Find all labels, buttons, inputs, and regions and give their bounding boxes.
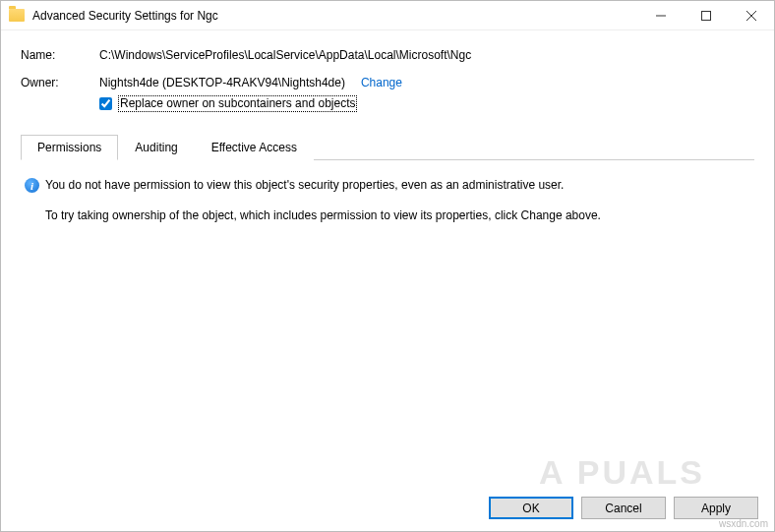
tab-body: i You do not have permission to view thi… (21, 160, 754, 240)
ok-button[interactable]: OK (489, 497, 573, 519)
tab-effective-access[interactable]: Effective Access (195, 135, 314, 160)
tab-auditing[interactable]: Auditing (118, 135, 194, 160)
apply-button[interactable]: Apply (674, 497, 758, 519)
watermark: A PUALS (539, 453, 705, 492)
name-label: Name: (21, 48, 99, 62)
info-icon: i (25, 178, 39, 193)
name-value: C:\Windows\ServiceProfiles\LocalService\… (99, 48, 754, 62)
permission-message-1: You do not have permission to view this … (45, 178, 564, 192)
tab-strip: Permissions Auditing Effective Access (21, 134, 754, 160)
permission-message-row: i You do not have permission to view thi… (25, 178, 750, 193)
svg-rect-1 (702, 11, 711, 20)
replace-owner-row: Replace owner on subcontainers and objec… (99, 95, 754, 112)
info-grid: Name: C:\Windows\ServiceProfiles\LocalSe… (21, 48, 754, 112)
credit-text: wsxdn.com (719, 518, 768, 529)
minimize-button[interactable] (638, 1, 684, 30)
replace-owner-checkbox[interactable] (99, 97, 112, 110)
permission-message-2: To try taking ownership of the object, w… (45, 208, 750, 222)
titlebar: Advanced Security Settings for Ngc (1, 1, 774, 30)
dialog-button-bar: OK Cancel Apply (489, 497, 758, 519)
cancel-button[interactable]: Cancel (581, 497, 666, 519)
change-owner-link[interactable]: Change (361, 76, 402, 89)
owner-value: Nightsh4de (DESKTOP-4RAKV94\Nightsh4de) (99, 76, 345, 89)
tab-permissions[interactable]: Permissions (21, 135, 118, 160)
close-button[interactable] (729, 1, 774, 30)
replace-owner-label[interactable]: Replace owner on subcontainers and objec… (118, 95, 357, 112)
content-area: Name: C:\Windows\ServiceProfiles\LocalSe… (1, 30, 774, 240)
owner-label: Owner: (21, 76, 99, 89)
window-title: Advanced Security Settings for Ngc (32, 9, 638, 23)
owner-row: Nightsh4de (DESKTOP-4RAKV94\Nightsh4de) … (99, 76, 754, 89)
folder-icon (9, 9, 25, 22)
window-controls (638, 1, 774, 30)
maximize-button[interactable] (684, 1, 729, 30)
